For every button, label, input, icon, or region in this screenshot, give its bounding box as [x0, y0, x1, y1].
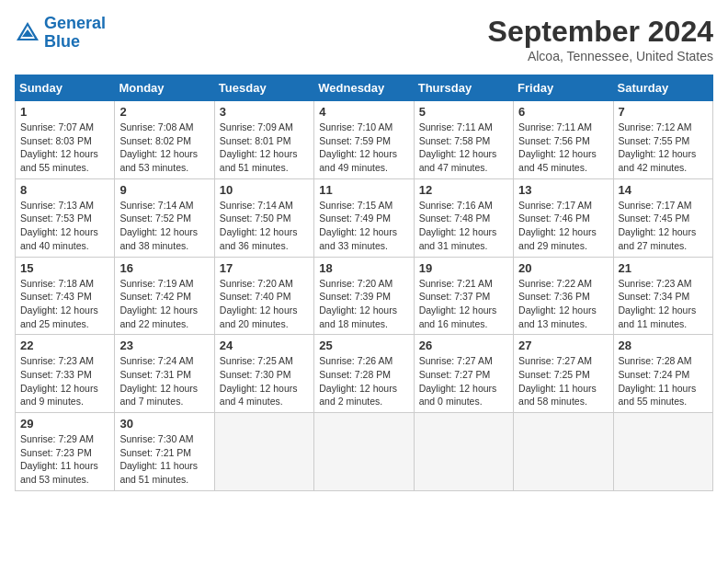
sunrise-label: Sunrise: 7:20 AM: [319, 278, 392, 289]
day-info: Sunrise: 7:17 AM Sunset: 7:46 PM Dayligh…: [518, 199, 608, 253]
sunrise-label: Sunrise: 7:26 AM: [319, 355, 392, 366]
logo: General Blue: [15, 15, 106, 52]
sunrise-label: Sunrise: 7:19 AM: [119, 278, 193, 289]
daylight-label: Daylight: 12 hours and 33 minutes.: [319, 226, 397, 251]
day-info: Sunrise: 7:12 AM Sunset: 7:55 PM Dayligh…: [619, 121, 708, 175]
day-number: 22: [20, 339, 109, 352]
page-header: General Blue September 2024 Alcoa, Tenne…: [15, 15, 713, 63]
day-number: 8: [20, 183, 109, 197]
sunset-label: Sunset: 7:52 PM: [119, 213, 191, 224]
day-info: Sunrise: 7:17 AM Sunset: 7:45 PM Dayligh…: [619, 199, 708, 253]
calendar-header-row: Sunday Monday Tuesday Wednesday Thursday…: [16, 75, 713, 101]
calendar-week-1: 1 Sunrise: 7:07 AM Sunset: 8:03 PM Dayli…: [16, 101, 713, 179]
calendar-empty-4-3: [314, 413, 414, 491]
sunset-label: Sunset: 7:40 PM: [220, 291, 291, 302]
header-wednesday: Wednesday: [314, 75, 414, 101]
day-number: 2: [119, 105, 209, 119]
calendar-day-30: 30 Sunrise: 7:30 AM Sunset: 7:21 PM Dayl…: [115, 413, 214, 491]
day-number: 13: [518, 183, 608, 197]
sunrise-label: Sunrise: 7:25 AM: [220, 355, 293, 366]
calendar-day-11: 11 Sunrise: 7:15 AM Sunset: 7:49 PM Dayl…: [314, 178, 414, 257]
logo-text: General Blue: [44, 15, 106, 52]
daylight-label: Daylight: 12 hours and 49 minutes.: [319, 148, 397, 173]
day-info: Sunrise: 7:23 AM Sunset: 7:34 PM Dayligh…: [619, 277, 708, 331]
calendar-day-18: 18 Sunrise: 7:20 AM Sunset: 7:39 PM Dayl…: [314, 257, 414, 335]
calendar-week-4: 22 Sunrise: 7:23 AM Sunset: 7:33 PM Dayl…: [16, 335, 713, 413]
calendar-day-28: 28 Sunrise: 7:28 AM Sunset: 7:24 PM Dayl…: [613, 335, 712, 413]
daylight-label: Daylight: 12 hours and 38 minutes.: [119, 226, 198, 251]
daylight-label: Daylight: 12 hours and 4 minutes.: [220, 383, 298, 408]
calendar-empty-4-5: [514, 413, 613, 491]
calendar-week-5: 29 Sunrise: 7:29 AM Sunset: 7:23 PM Dayl…: [16, 413, 713, 491]
calendar-day-21: 21 Sunrise: 7:23 AM Sunset: 7:34 PM Dayl…: [613, 257, 712, 335]
daylight-label: Daylight: 12 hours and 53 minutes.: [119, 148, 198, 173]
header-friday: Friday: [514, 75, 613, 101]
day-number: 9: [119, 183, 209, 197]
day-number: 28: [619, 339, 708, 352]
day-info: Sunrise: 7:10 AM Sunset: 7:59 PM Dayligh…: [319, 121, 408, 175]
day-number: 25: [319, 339, 408, 352]
day-info: Sunrise: 7:24 AM Sunset: 7:31 PM Dayligh…: [119, 354, 209, 408]
day-info: Sunrise: 7:28 AM Sunset: 7:24 PM Dayligh…: [619, 354, 708, 408]
daylight-label: Daylight: 12 hours and 18 minutes.: [319, 304, 397, 329]
sunset-label: Sunset: 7:50 PM: [220, 213, 291, 224]
sunset-label: Sunset: 7:56 PM: [518, 135, 590, 146]
calendar-day-14: 14 Sunrise: 7:17 AM Sunset: 7:45 PM Dayl…: [613, 178, 712, 257]
month-title: September 2024: [488, 15, 713, 49]
sunset-label: Sunset: 7:27 PM: [419, 369, 491, 380]
sunset-label: Sunset: 7:39 PM: [319, 291, 391, 302]
calendar-week-2: 8 Sunrise: 7:13 AM Sunset: 7:53 PM Dayli…: [16, 178, 713, 257]
day-number: 16: [119, 261, 209, 275]
day-number: 18: [319, 261, 408, 275]
day-number: 4: [319, 105, 408, 119]
day-info: Sunrise: 7:13 AM Sunset: 7:53 PM Dayligh…: [20, 199, 109, 253]
daylight-label: Daylight: 12 hours and 2 minutes.: [319, 383, 397, 408]
sunrise-label: Sunrise: 7:07 AM: [20, 121, 94, 132]
day-info: Sunrise: 7:27 AM Sunset: 7:27 PM Dayligh…: [419, 354, 508, 408]
daylight-label: Daylight: 12 hours and 11 minutes.: [619, 304, 697, 329]
calendar-day-4: 4 Sunrise: 7:10 AM Sunset: 7:59 PM Dayli…: [314, 101, 414, 179]
day-info: Sunrise: 7:11 AM Sunset: 7:56 PM Dayligh…: [518, 121, 608, 175]
day-info: Sunrise: 7:27 AM Sunset: 7:25 PM Dayligh…: [518, 354, 608, 408]
day-info: Sunrise: 7:18 AM Sunset: 7:43 PM Dayligh…: [20, 277, 109, 331]
sunrise-label: Sunrise: 7:11 AM: [419, 121, 493, 132]
calendar-empty-4-6: [613, 413, 712, 491]
calendar-day-7: 7 Sunrise: 7:12 AM Sunset: 7:55 PM Dayli…: [613, 101, 712, 179]
sunset-label: Sunset: 7:25 PM: [518, 369, 590, 380]
sunrise-label: Sunrise: 7:17 AM: [619, 200, 692, 211]
sunset-label: Sunset: 7:46 PM: [518, 213, 590, 224]
day-number: 27: [518, 339, 608, 352]
sunset-label: Sunset: 7:37 PM: [419, 291, 491, 302]
sunset-label: Sunset: 7:24 PM: [619, 369, 690, 380]
sunrise-label: Sunrise: 7:28 AM: [619, 355, 692, 366]
daylight-label: Daylight: 12 hours and 20 minutes.: [220, 304, 298, 329]
daylight-label: Daylight: 12 hours and 16 minutes.: [419, 304, 497, 329]
daylight-label: Daylight: 12 hours and 47 minutes.: [419, 148, 497, 173]
header-tuesday: Tuesday: [214, 75, 313, 101]
day-info: Sunrise: 7:15 AM Sunset: 7:49 PM Dayligh…: [319, 199, 408, 253]
day-info: Sunrise: 7:11 AM Sunset: 7:58 PM Dayligh…: [419, 121, 508, 175]
daylight-label: Daylight: 12 hours and 7 minutes.: [119, 383, 198, 408]
sunrise-label: Sunrise: 7:08 AM: [119, 121, 193, 132]
sunset-label: Sunset: 7:43 PM: [20, 291, 92, 302]
calendar-day-19: 19 Sunrise: 7:21 AM Sunset: 7:37 PM Dayl…: [414, 257, 513, 335]
day-info: Sunrise: 7:08 AM Sunset: 8:02 PM Dayligh…: [119, 121, 209, 175]
day-number: 19: [419, 261, 508, 275]
sunset-label: Sunset: 7:59 PM: [319, 135, 391, 146]
calendar-day-3: 3 Sunrise: 7:09 AM Sunset: 8:01 PM Dayli…: [214, 101, 313, 179]
day-info: Sunrise: 7:22 AM Sunset: 7:36 PM Dayligh…: [518, 277, 608, 331]
sunrise-label: Sunrise: 7:17 AM: [518, 200, 592, 211]
sunset-label: Sunset: 7:58 PM: [419, 135, 491, 146]
daylight-label: Daylight: 12 hours and 0 minutes.: [419, 383, 497, 408]
day-number: 21: [619, 261, 708, 275]
sunset-label: Sunset: 7:30 PM: [220, 369, 291, 380]
calendar-day-25: 25 Sunrise: 7:26 AM Sunset: 7:28 PM Dayl…: [314, 335, 414, 413]
calendar-day-27: 27 Sunrise: 7:27 AM Sunset: 7:25 PM Dayl…: [514, 335, 613, 413]
sunset-label: Sunset: 7:48 PM: [419, 213, 491, 224]
sunrise-label: Sunrise: 7:30 AM: [119, 433, 193, 444]
sunrise-label: Sunrise: 7:09 AM: [220, 121, 293, 132]
day-number: 10: [220, 183, 309, 197]
day-info: Sunrise: 7:20 AM Sunset: 7:39 PM Dayligh…: [319, 277, 408, 331]
day-number: 26: [419, 339, 508, 352]
day-number: 15: [20, 261, 109, 275]
